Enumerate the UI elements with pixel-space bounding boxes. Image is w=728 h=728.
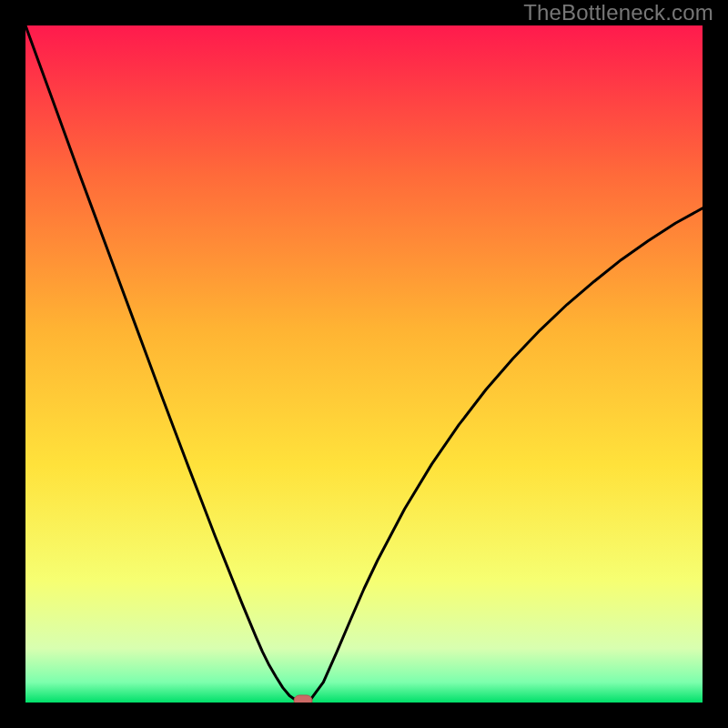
gradient-background: [25, 25, 703, 703]
watermark-text: TheBottleneck.com: [523, 0, 713, 25]
plot-area: [25, 25, 703, 703]
chart-frame: TheBottleneck.com: [0, 0, 728, 728]
plot-svg: [25, 25, 703, 703]
minimum-marker: [294, 695, 312, 703]
